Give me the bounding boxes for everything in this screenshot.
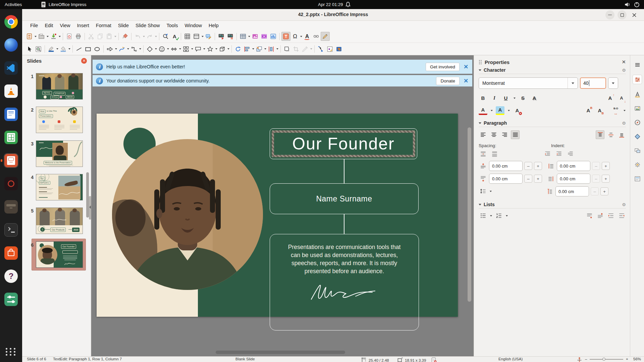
slide-thumbnail-5[interactable]: 2 Our Products 2023 [36,207,83,234]
paste-button[interactable] [105,32,114,41]
slide-edit-area[interactable]: Our Founder Name Surname Presentations a… [97,114,458,317]
paste-dropdown[interactable] [114,32,117,41]
crop-button[interactable] [291,45,301,54]
first-line-indent-field[interactable]: 0.00 cm [555,186,589,196]
dock-help-icon[interactable]: ? [4,269,18,284]
callouts-tool[interactable] [194,45,203,54]
display-views-button[interactable] [192,32,201,41]
zoom-slider-thumb[interactable] [602,358,605,361]
unsaved-changes-icon[interactable] [431,357,437,362]
curve-dropdown[interactable] [126,45,129,54]
start-current-slide-button[interactable] [226,32,235,41]
rotate-tool[interactable] [233,45,243,54]
fill-color-button[interactable] [59,45,68,54]
sidebar-menu-icon[interactable] [633,60,642,69]
properties-close-icon[interactable]: ✕ [622,59,626,65]
cut-button[interactable] [87,32,96,41]
close-button[interactable] [630,10,639,19]
line-color-dropdown[interactable] [56,45,59,54]
start-first-slide-button[interactable] [217,32,226,41]
decrease-indent-button[interactable] [554,149,563,158]
minimize-button[interactable] [605,10,614,19]
power-icon[interactable] [634,0,640,9]
rectangle-tool[interactable] [84,45,93,54]
align-objects-button[interactable] [243,45,252,54]
slide-thumbnail-6-selected[interactable]: Our Founder [36,241,83,268]
filter-button[interactable] [301,45,310,54]
arrows-dropdown[interactable] [114,45,117,54]
dock-impress-icon-active[interactable] [4,153,18,168]
menu-slideshow[interactable]: Slide Show [132,21,163,29]
insert-table-button[interactable] [238,32,248,41]
volume-icon[interactable] [624,0,631,9]
glue-points-button[interactable] [325,45,334,54]
dock-dark-app-icon[interactable] [4,176,18,191]
3d-objects-tool[interactable] [218,45,227,54]
section-paragraph[interactable]: Paragraph ⚙ [479,120,626,127]
space-below-minus[interactable]: – [524,175,532,183]
stars-tool[interactable] [206,45,215,54]
menu-view[interactable]: View [56,21,73,29]
insert-image-button[interactable] [251,32,260,41]
menu-tools[interactable]: Tools [163,21,181,29]
promote-button[interactable] [617,212,626,220]
fill-color-dropdown[interactable] [68,45,71,54]
dock-firefox-icon[interactable] [4,38,18,52]
basic-shapes-dropdown[interactable] [154,45,157,54]
undo-dropdown[interactable] [142,32,145,41]
symbol-shapes-dropdown[interactable] [166,45,169,54]
arrange-dropdown[interactable] [264,45,267,54]
find-replace-button[interactable] [161,32,170,41]
fontwork-text-button[interactable]: A [303,32,312,41]
slide-thumbnail-1[interactable]: RETAIL STARTUP PITCH DECK [36,73,83,100]
font-name-combo[interactable]: Montserrat [479,77,578,89]
decrease-font-button[interactable]: A↓ [617,94,626,103]
align-justify-button[interactable] [511,130,520,139]
undo-button[interactable] [133,32,142,41]
slide-thumbnail-3[interactable]: Welcome to the Presentation [36,140,83,167]
shadow-button[interactable]: A [530,94,539,103]
underline-dropdown[interactable] [513,94,516,103]
hyperlink-button[interactable] [312,32,321,41]
font-color-dropdown[interactable] [490,106,493,115]
3d-objects-dropdown[interactable] [227,45,230,54]
insert-line-tool[interactable] [74,45,84,54]
select-tool[interactable] [25,45,34,54]
redo-dropdown[interactable] [154,32,157,41]
open-button[interactable] [37,32,46,41]
dock-software-icon[interactable] [4,246,18,260]
dock-files-icon[interactable] [4,199,18,214]
lines-arrows-tool[interactable] [105,45,114,54]
highlight-color-button[interactable]: A [496,106,504,115]
align-center-button[interactable] [489,130,498,139]
underline-button[interactable]: U [501,94,510,103]
numbered-list-dropdown[interactable] [505,211,508,220]
dock-chrome-icon[interactable] [4,14,18,29]
align-vcenter-button[interactable] [606,130,615,139]
bullet-list-button[interactable] [479,212,487,220]
redo-button[interactable] [145,32,154,41]
slide-thumbnail-2[interactable]: How to Use This Presentation [36,107,83,133]
window-titlebar[interactable]: 42_2.pptx - LibreOffice Impress [22,9,644,21]
stars-dropdown[interactable] [215,45,218,54]
founder-portrait[interactable] [112,139,263,290]
character-spacing-dropdown[interactable] [623,106,626,115]
increase-indent-button[interactable] [543,149,552,158]
strikethrough-button[interactable]: S [519,94,527,103]
distribution-dropdown[interactable] [276,45,279,54]
vertical-scrollbar[interactable] [468,127,471,302]
zoom-in-button[interactable]: + [626,357,628,361]
paragraph-settings-icon[interactable]: ⚙ [622,121,626,126]
font-color-button[interactable]: A [479,106,487,115]
insert-textbox-button[interactable] [281,32,290,41]
save-button[interactable] [49,32,58,41]
dock-vscode-icon[interactable] [4,61,18,75]
first-line-minus[interactable]: – [591,187,599,195]
switch-indent-button[interactable] [566,149,575,158]
insert-fontwork-button[interactable] [334,45,343,54]
slide-title-text[interactable]: Our Founder [292,134,394,154]
new-button[interactable] [25,32,34,41]
dock-settings-icon[interactable] [4,292,18,307]
font-size-input[interactable]: 40 [580,77,606,89]
menu-format[interactable]: Format [93,21,115,29]
